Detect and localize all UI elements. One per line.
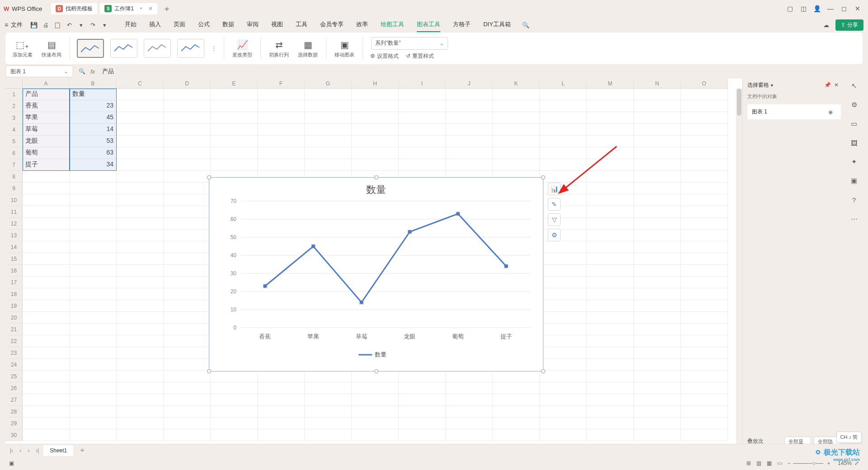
chevron-down-icon[interactable]: ▾ [771, 83, 773, 88]
sheet-nav-prev[interactable]: ‹ [18, 447, 23, 454]
name-box[interactable]: 图表 1 ⌄ [5, 66, 73, 77]
row-header-1[interactable]: 1 [5, 89, 23, 100]
menu-tab-10[interactable]: 绘图工具 [381, 18, 404, 32]
row-header-4[interactable]: 4 [5, 124, 23, 136]
row-header-5[interactable]: 5 [5, 136, 23, 147]
ribbon-change-type[interactable]: 📈 更改类型 [230, 39, 255, 58]
column-header-H[interactable]: H [352, 79, 399, 89]
formula-input[interactable] [99, 66, 863, 77]
chart-filters-button[interactable]: ▽ [548, 213, 561, 226]
row-header-17[interactable]: 17 [5, 277, 23, 288]
column-header-G[interactable]: G [305, 79, 352, 89]
resize-handle-sw[interactable] [207, 369, 211, 373]
ribbon-set-format[interactable]: ⚙ 设置格式 [370, 52, 399, 60]
zoom-in-icon[interactable]: ＋ [823, 460, 834, 467]
add-sheet-button[interactable]: ＋ [76, 446, 89, 455]
new-tab-button[interactable]: ＋ [163, 3, 171, 14]
column-header-O[interactable]: O [681, 79, 728, 89]
window-cube-icon[interactable]: ◫ [797, 2, 810, 15]
row-header-27[interactable]: 27 [5, 394, 23, 406]
row-header-3[interactable]: 3 [5, 112, 23, 124]
side-help-icon[interactable]: ? [849, 194, 859, 205]
chart-style-4[interactable] [177, 39, 204, 58]
share-button[interactable]: ⇪分享 [835, 19, 863, 31]
menu-tab-11[interactable]: 图表工具 [417, 18, 440, 32]
side-settings-icon[interactable]: ⚙ [849, 99, 859, 110]
sheet-tab[interactable]: Sheet1 [43, 445, 73, 456]
view-reading-icon[interactable]: ▭ [774, 460, 785, 466]
pin-icon[interactable]: 📌 [823, 82, 832, 88]
ribbon-move-chart[interactable]: ▣ 移动图表 [332, 39, 357, 58]
cloud-icon[interactable]: ☁ [821, 20, 831, 30]
close-icon[interactable]: ✕ [832, 82, 841, 88]
row-header-26[interactable]: 26 [5, 382, 23, 394]
view-page-icon[interactable]: ▥ [754, 460, 764, 466]
tab-template[interactable]: D 找稻壳模板 [51, 3, 97, 14]
view-layout-icon[interactable]: ▦ [764, 460, 774, 466]
chart-data-point-4[interactable] [456, 212, 460, 216]
column-header-C[interactable]: C [117, 79, 164, 89]
row-header-15[interactable]: 15 [5, 253, 23, 265]
chart-object[interactable]: 数量 010203040506070香蕉苹果草莓龙眼葡萄提子 数量 [209, 177, 543, 371]
menu-tab-1[interactable]: 插入 [149, 18, 161, 32]
row-header-14[interactable]: 14 [5, 241, 23, 253]
ribbon-reset-style[interactable]: ↺ 重置样式 [406, 52, 434, 60]
chart-title[interactable]: 数量 [209, 183, 543, 197]
side-image-icon[interactable]: 🖼 [849, 137, 859, 148]
menu-tab-9[interactable]: 效率 [356, 18, 368, 32]
chart-data-point-1[interactable] [311, 244, 315, 248]
resize-handle-se[interactable] [541, 369, 545, 373]
selection-pane-item[interactable]: 图表 1 ◉ [747, 104, 841, 119]
window-multi-icon[interactable]: ▢ [783, 2, 797, 15]
quick-redo-icon[interactable]: ↷ [88, 20, 98, 30]
resize-handle-ne[interactable] [541, 175, 545, 179]
resize-handle-s[interactable] [374, 369, 378, 373]
quick-undo-more-icon[interactable]: ▾ [76, 20, 86, 30]
chart-style-1[interactable] [77, 39, 104, 58]
chart-style-3[interactable] [144, 39, 171, 58]
zoom-fit-icon[interactable]: ⤢ [852, 460, 862, 466]
column-header-L[interactable]: L [540, 79, 587, 89]
ribbon-swap-rowcol[interactable]: ⇄ 切换行列 [266, 39, 292, 58]
menu-tab-5[interactable]: 审阅 [247, 18, 259, 32]
row-header-23[interactable]: 23 [5, 347, 23, 359]
series-selector[interactable]: 系列"数量" ⌄ [371, 37, 448, 50]
ribbon-quick-layout[interactable]: ▤ 快速布局 [39, 39, 64, 58]
chart-style-2[interactable] [110, 39, 137, 58]
side-select-icon[interactable]: ↖ [849, 80, 859, 91]
search-icon[interactable]: 🔍 [521, 20, 531, 30]
resize-handle-nw[interactable] [207, 175, 211, 179]
row-header-12[interactable]: 12 [5, 218, 23, 230]
sheet-nav-next[interactable]: › [26, 447, 31, 454]
zoom-level[interactable]: 145% [838, 460, 852, 466]
chart-elements-button[interactable]: 📊 [548, 183, 561, 195]
menu-tab-4[interactable]: 数据 [222, 18, 234, 32]
ime-indicator[interactable]: CH ♪ 简 [836, 432, 862, 443]
menu-tab-0[interactable]: 开始 [125, 18, 137, 32]
row-header-21[interactable]: 21 [5, 324, 23, 335]
chart-series-line[interactable] [265, 214, 506, 302]
chart-styles-button[interactable]: ✎ [548, 198, 561, 211]
row-header-22[interactable]: 22 [5, 335, 23, 347]
column-header-K[interactable]: K [493, 79, 540, 89]
window-close-icon[interactable]: ✕ [851, 2, 864, 15]
row-header-16[interactable]: 16 [5, 265, 23, 277]
quick-redo-more-icon[interactable]: ▾ [99, 20, 109, 30]
menu-tab-12[interactable]: 方格子 [453, 18, 471, 32]
row-header-10[interactable]: 10 [5, 194, 23, 206]
view-normal-icon[interactable]: ⊞ [744, 460, 754, 466]
side-style-icon[interactable]: ▭ [849, 118, 859, 129]
row-header-7[interactable]: 7 [5, 159, 23, 171]
column-header-I[interactable]: I [399, 79, 446, 89]
column-header-A[interactable]: A [23, 79, 70, 89]
chart-data-point-3[interactable] [408, 230, 411, 234]
resize-handle-n[interactable] [374, 175, 378, 179]
row-header-19[interactable]: 19 [5, 300, 23, 312]
quick-save-icon[interactable]: 💾 [29, 20, 39, 30]
chart-data-point-0[interactable] [263, 284, 267, 288]
menu-tab-13[interactable]: DIY工具箱 [483, 18, 511, 32]
chart-settings-button[interactable]: ⚙ [548, 229, 561, 241]
quick-preview-icon[interactable]: 📋 [52, 20, 62, 30]
select-all-corner[interactable] [5, 79, 23, 89]
menu-tab-6[interactable]: 视图 [271, 18, 283, 32]
